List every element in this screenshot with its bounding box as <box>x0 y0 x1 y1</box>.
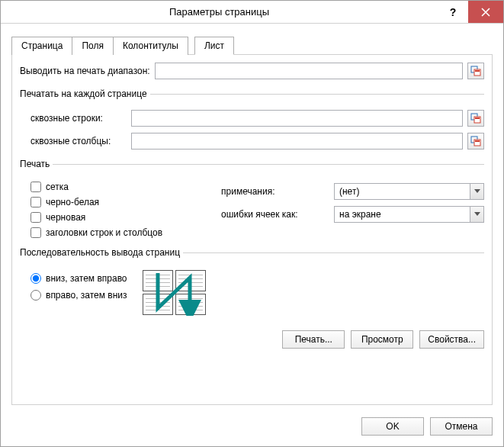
bw-checkbox[interactable] <box>30 197 41 207</box>
order-down-label: вниз, затем вправо <box>46 273 127 284</box>
headings-checkbox[interactable] <box>30 227 41 238</box>
tab-page[interactable]: Страница <box>11 37 72 55</box>
rows-input[interactable] <box>131 110 463 127</box>
notes-combo[interactable]: (нет) <box>334 183 484 200</box>
print-group-label: Печать <box>20 159 53 169</box>
svg-rect-5 <box>475 117 480 119</box>
order-preview-icon <box>143 270 206 315</box>
grid-checkbox[interactable] <box>30 182 41 192</box>
draft-checkbox[interactable] <box>30 212 41 223</box>
print-button[interactable]: Печать... <box>282 330 345 349</box>
repeat-group-label: Печатать на каждой странице <box>20 88 150 99</box>
print-range-input[interactable] <box>155 63 463 79</box>
tabs: Страница Поля Колонтитулы Лист <box>11 37 234 55</box>
notes-value: (нет) <box>335 186 470 197</box>
notes-label: примечания: <box>221 186 328 197</box>
bw-checkbox-label: черно-белая <box>46 197 99 207</box>
order-down-radio[interactable] <box>30 273 41 284</box>
cols-label: сквозные столбцы: <box>30 136 127 146</box>
rows-label: сквозные строки: <box>30 113 127 124</box>
collapse-dialog-icon[interactable] <box>467 63 484 79</box>
tab-sheet[interactable]: Лист <box>194 37 234 55</box>
order-right-radio[interactable] <box>30 290 41 301</box>
order-group: Последовательность вывода страниц вниз, … <box>20 247 484 315</box>
close-button[interactable] <box>468 1 503 23</box>
tab-fields[interactable]: Поля <box>72 37 114 55</box>
tab-headers[interactable]: Колонтитулы <box>114 37 188 55</box>
collapse-dialog-icon[interactable] <box>467 133 484 150</box>
svg-rect-8 <box>475 140 480 142</box>
repeat-group: Печатать на каждой странице сквозные стр… <box>20 88 484 150</box>
ok-button[interactable]: OK <box>361 417 424 436</box>
grid-checkbox-label: сетка <box>46 182 69 192</box>
print-range-label: Выводить на печать диапазон: <box>20 66 150 76</box>
titlebar: Параметры страницы ? <box>1 1 503 24</box>
draft-checkbox-label: черновая <box>46 212 85 223</box>
help-button[interactable]: ? <box>438 1 468 23</box>
preview-button[interactable]: Просмотр <box>351 330 413 349</box>
window-title: Параметры страницы <box>1 6 438 18</box>
chevron-down-icon <box>470 207 483 222</box>
errors-combo[interactable]: на экране <box>334 206 484 223</box>
collapse-dialog-icon[interactable] <box>467 110 484 127</box>
chevron-down-icon <box>470 184 483 199</box>
order-right-label: вправо, затем вниз <box>46 290 127 301</box>
cols-input[interactable] <box>131 133 463 150</box>
tab-panel: Страница Поля Колонтитулы Лист Выводить … <box>11 54 493 405</box>
properties-button[interactable]: Свойства... <box>419 330 484 349</box>
errors-label: ошибки ячеек как: <box>221 209 328 220</box>
cancel-button[interactable]: Отмена <box>430 417 493 436</box>
print-group: Печать сетка черно-белая чер <box>20 159 484 238</box>
page-setup-dialog: Параметры страницы ? Страница Поля Колон… <box>0 0 504 447</box>
svg-rect-2 <box>475 70 480 72</box>
order-group-label: Последовательность вывода страниц <box>20 247 183 258</box>
headings-checkbox-label: заголовки строк и столбцов <box>46 227 162 238</box>
errors-value: на экране <box>335 209 470 220</box>
